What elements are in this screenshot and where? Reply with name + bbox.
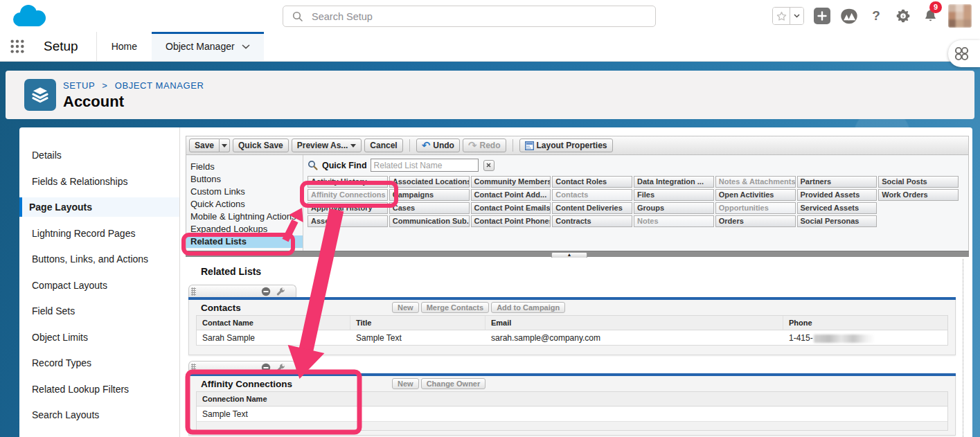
new-button[interactable]: New [392,378,419,389]
guidance-center-button[interactable] [948,40,980,67]
palette-item[interactable]: Partners [797,176,877,188]
layout-properties-button[interactable]: Layout Properties [519,139,613,152]
palette-item[interactable]: Work Orders [878,189,959,201]
palette-category-fields[interactable]: Fields [186,161,303,173]
sidebar-item-object-limits[interactable]: Object Limits [19,328,179,347]
redo-button[interactable]: ↷ Redo [463,139,506,152]
palette-item[interactable]: Contracts [552,215,632,227]
help-button[interactable]: ? [867,6,885,26]
favorites-star-button[interactable] [773,8,790,24]
sidebar-item-search-layouts[interactable]: Search Layouts [19,405,179,425]
notifications-button[interactable]: 9 [921,6,939,26]
sidebar-item-compact-layouts[interactable]: Compact Layouts [19,276,179,295]
palette-item[interactable]: Data Integration ... [634,176,714,188]
palette-item[interactable]: Assets [308,215,388,227]
palette-item[interactable]: Activity History [308,176,388,188]
preview-as-button[interactable]: Preview As... [292,139,362,152]
palette-item[interactable]: Campaigns [389,189,470,201]
add-to-campaign-button[interactable]: Add to Campaign [491,302,565,313]
favorites-dropdown-button[interactable] [790,8,803,24]
breadcrumb-setup-link[interactable]: SETUP [63,80,95,91]
palette-category-mobile-lightning-actions[interactable]: Mobile & Lightning Actions [186,211,303,223]
affinity-table-empty-strip [197,421,947,430]
palette-item[interactable]: Communication Sub... [389,215,470,227]
cancel-button[interactable]: Cancel [364,139,402,152]
palette-item[interactable]: Contact Roles [552,176,632,188]
contacts-related-list-section[interactable]: Contacts New Merge Contacts Add to Campa… [188,297,956,355]
palette-item[interactable]: Contact Point Phones [471,215,551,227]
palette-category-quick-actions[interactable]: Quick Actions [186,198,303,211]
palette-category-buttons[interactable]: Buttons [186,173,303,186]
palette-item[interactable]: Open Activities [715,189,796,201]
section-properties-wrench-icon[interactable] [275,286,286,297]
palette-item[interactable]: Social Posts [878,176,959,188]
palette-item[interactable]: Files [634,189,714,201]
palette-item-notes-attachments[interactable]: Notes & Attachments [715,176,796,188]
palette-item[interactable]: Contact Point Emails [471,202,551,214]
palette-item[interactable]: Contact Point Add... [471,189,551,201]
redo-icon: ↷ [468,141,477,150]
caret-down-icon [222,144,227,148]
affinity-section-handle[interactable] [188,361,296,373]
column-header-contact-name: Contact Name [197,316,350,330]
setup-gear-button[interactable] [894,6,912,26]
palette-item[interactable]: Approval History [308,202,388,214]
drag-grip-icon[interactable] [191,287,196,296]
chevron-down-icon [242,44,250,49]
palette-item-affinity-connections[interactable]: Affinity Connections [308,189,388,201]
remove-section-icon[interactable] [261,287,271,296]
save-button[interactable]: Save [189,139,220,152]
change-owner-button[interactable]: Change Owner [421,378,486,389]
quick-add-button[interactable] [813,6,831,26]
palette-item[interactable]: Groups [634,202,714,214]
search-icon [292,11,303,22]
remove-section-icon[interactable] [261,363,271,373]
sidebar-item-details[interactable]: Details [19,145,179,165]
undo-button[interactable]: ↶ Undo [416,139,460,152]
sidebar-item-buttons-links-actions[interactable]: Buttons, Links, and Actions [19,249,179,269]
main-panel: Details Fields & Relationships Page Layo… [19,127,972,437]
sidebar-item-field-sets[interactable]: Field Sets [19,301,179,321]
affinity-connections-related-list-section[interactable]: Affinity Connections New Change Owner Co… [188,373,956,436]
palette-item[interactable]: Associated Locations [389,176,470,188]
palette-item[interactable]: Community Members [471,176,551,188]
palette-categories: Fields Buttons Custom Links Quick Action… [186,155,303,251]
quick-save-button[interactable]: Quick Save [233,139,289,152]
sidebar-item-lightning-record-pages[interactable]: Lightning Record Pages [19,224,179,243]
contacts-section-handle[interactable] [188,285,296,297]
drag-grip-icon[interactable] [191,364,196,372]
sidebar-item-related-lookup-filters[interactable]: Related Lookup Filters [19,380,179,399]
trailhead-guidance-button[interactable] [840,6,858,26]
sidebar-item-page-layouts[interactable]: Page Layouts [19,197,179,217]
palette-category-related-lists[interactable]: Related Lists [186,235,303,248]
palette-item[interactable]: Social Personas [797,215,877,227]
save-dropdown-button[interactable] [220,139,230,152]
merge-contacts-button[interactable]: Merge Contacts [421,302,490,313]
tab-object-manager-label: Object Manager [166,41,235,52]
tab-home[interactable]: Home [97,32,152,61]
palette-item[interactable]: Orders [715,215,796,227]
sidebar-item-fields-relationships[interactable]: Fields & Relationships [19,172,179,191]
app-launcher-icon[interactable] [10,39,25,54]
section-properties-wrench-icon[interactable] [275,362,286,373]
palette-item[interactable]: Serviced Assets [797,202,877,214]
palette-item-opportunities[interactable]: Opportunities [715,202,796,214]
palette-category-custom-links[interactable]: Custom Links [186,186,303,198]
breadcrumb-object-manager-link[interactable]: OBJECT MANAGER [115,80,204,91]
user-avatar[interactable] [948,4,972,28]
search-input[interactable] [310,10,655,23]
cell-email: sarah.sample@company.com [485,330,783,345]
quick-find-clear-button[interactable] [483,160,495,171]
palette-item-contacts[interactable]: Contacts [552,189,632,201]
new-button[interactable]: New [392,302,419,313]
object-header-panel: SETUP > OBJECT MANAGER Account [6,71,974,119]
palette-item[interactable]: Provided Assets [797,189,877,201]
quick-find-input[interactable] [371,159,479,172]
tab-object-manager[interactable]: Object Manager [152,32,264,61]
palette-item[interactable]: Content Deliveries [552,202,632,214]
palette-item[interactable]: Cases [389,202,470,214]
palette-item-notes[interactable]: Notes [634,215,714,227]
sidebar-item-record-types[interactable]: Record Types [19,353,179,373]
palette-category-expanded-lookups[interactable]: Expanded Lookups [186,223,303,235]
palette-splitter[interactable]: ▲ [186,251,969,257]
